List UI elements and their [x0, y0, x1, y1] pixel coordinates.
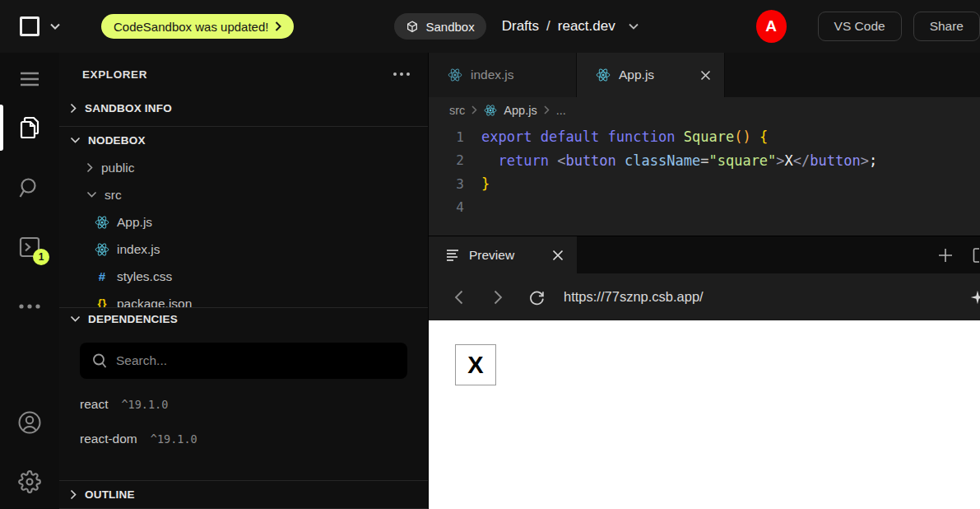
react-file-icon [596, 68, 611, 82]
tab-index-js[interactable]: index.js [429, 53, 577, 97]
folder-src[interactable]: src [59, 181, 428, 208]
preview-viewport: X [429, 320, 980, 509]
file-name: styles.css [117, 269, 172, 284]
avatar[interactable]: A [756, 10, 787, 43]
chevron-right-icon [275, 21, 281, 31]
preview-tab-actions [577, 236, 980, 273]
code-line: 2 return <button className="square">X</b… [429, 149, 980, 173]
chevron-down-icon [50, 23, 60, 30]
files-icon [18, 115, 41, 140]
nodebox-label: NODEBOX [88, 134, 146, 147]
dependency-version: ^19.1.0 [121, 398, 168, 411]
close-icon[interactable] [700, 70, 711, 81]
preview-square-button[interactable]: X [455, 344, 496, 385]
outline-section: OUTLINE [59, 480, 428, 509]
share-button[interactable]: Share [913, 12, 980, 41]
json-file-icon: {} [95, 297, 109, 308]
code-line: 1export default function Square() { [429, 125, 980, 149]
file-app-js[interactable]: App.js [59, 208, 428, 236]
outline-label: OUTLINE [85, 488, 135, 501]
gear-icon [18, 470, 41, 493]
code-line: 4 [429, 196, 980, 220]
file-index-js[interactable]: index.js [59, 236, 428, 263]
sidebar-item-explorer[interactable] [0, 111, 59, 144]
editor-column: index.js App.js src App.js [429, 53, 980, 509]
dependency-version: ^19.1.0 [151, 432, 197, 446]
css-file-icon: # [95, 269, 109, 283]
folder-public[interactable]: public [59, 154, 428, 181]
terminal-badge: 1 [33, 249, 49, 265]
settings-button[interactable] [0, 465, 59, 498]
chevron-down-icon [70, 315, 81, 323]
main-area: 1 EXPLORER SANDBOX INFO [0, 53, 980, 509]
project-breadcrumb[interactable]: Drafts / react.dev [502, 18, 639, 35]
chevron-down-icon [629, 23, 639, 30]
sandbox-info-label: SANDBOX INFO [85, 102, 172, 114]
tab-label: App.js [619, 68, 654, 82]
react-file-icon [95, 242, 109, 257]
section-outline[interactable]: OUTLINE [59, 480, 428, 509]
sidebar-item-search[interactable] [0, 171, 59, 204]
dependency-row-react[interactable]: react ^19.1.0 [59, 387, 428, 422]
search-icon [18, 176, 41, 199]
activity-bar: 1 [0, 53, 59, 509]
hamburger-menu-icon [20, 72, 39, 86]
breadcrumb-workspace: Drafts [502, 18, 539, 35]
section-nodebox[interactable]: NODEBOX [59, 127, 428, 154]
sandbox-type-badge[interactable]: Sandbox [394, 13, 485, 40]
folder-name: src [105, 188, 122, 203]
add-tab-icon[interactable] [938, 248, 953, 263]
chevron-right-icon [70, 103, 77, 114]
menu-button[interactable] [0, 63, 59, 96]
ai-sparkle-icon[interactable] [968, 288, 980, 306]
section-dependencies[interactable]: DEPENDENCIES [59, 307, 428, 329]
dependency-name: react-dom [80, 432, 137, 446]
chevron-down-icon [70, 137, 81, 144]
file-name: App.js [117, 215, 152, 230]
top-bar: CodeSandbox was updated! Sandbox Drafts … [0, 0, 980, 53]
explorer-more-icon[interactable] [393, 72, 410, 76]
file-tree: public src App.js index.js [59, 154, 428, 307]
breadcrumb-file: App.js [504, 104, 536, 117]
dependencies-label: DEPENDENCIES [88, 313, 178, 325]
more-tools-button[interactable] [0, 290, 59, 323]
tab-preview[interactable]: Preview [429, 236, 577, 273]
file-name: package.json [117, 297, 192, 308]
topbar-actions: A VS Code Share [756, 10, 980, 43]
breadcrumb[interactable]: src App.js ... [429, 97, 980, 123]
refresh-icon[interactable] [528, 289, 545, 306]
explorer-panel: EXPLORER SANDBOX INFO NODEBOX public [59, 53, 429, 509]
preview-url[interactable]: https://77sznp.csb.app/ [564, 289, 704, 305]
sidebar-item-terminal[interactable]: 1 [0, 231, 59, 264]
chevron-right-icon [471, 105, 477, 114]
section-sandbox-info[interactable]: SANDBOX INFO [59, 91, 428, 127]
update-notification-pill[interactable]: CodeSandbox was updated! [101, 14, 294, 39]
codesandbox-logo-icon [20, 16, 39, 36]
close-icon[interactable] [552, 250, 564, 261]
folder-name: public [101, 161, 135, 175]
tab-app-js[interactable]: App.js [577, 53, 725, 97]
search-input[interactable] [80, 343, 407, 379]
breadcrumb-project: react.dev [558, 18, 615, 35]
dependency-name: react [80, 397, 108, 412]
cube-icon [406, 20, 419, 34]
sandbox-badge-label: Sandbox [425, 20, 474, 34]
back-icon[interactable] [450, 290, 467, 305]
chevron-right-icon [70, 489, 77, 500]
workspace-logo-menu[interactable] [20, 16, 60, 36]
project-header: Sandbox Drafts / react.dev [394, 13, 638, 40]
account-icon [17, 410, 42, 435]
react-file-icon [484, 104, 497, 117]
forward-icon[interactable] [490, 290, 506, 305]
file-package-json[interactable]: {} package.json [59, 290, 428, 307]
ellipsis-icon [18, 304, 41, 309]
vscode-button[interactable]: VS Code [818, 12, 902, 41]
chevron-right-icon [86, 162, 94, 173]
file-styles-css[interactable]: # styles.css [59, 263, 428, 290]
dependency-row-react-dom[interactable]: react-dom ^19.1.0 [59, 422, 428, 456]
breadcrumb-folder: src [449, 104, 465, 117]
open-window-icon[interactable] [973, 247, 980, 264]
code-editor[interactable]: 1export default function Square() {2 ret… [429, 123, 980, 236]
breadcrumb-separator: / [545, 18, 552, 35]
account-button[interactable] [0, 406, 59, 439]
